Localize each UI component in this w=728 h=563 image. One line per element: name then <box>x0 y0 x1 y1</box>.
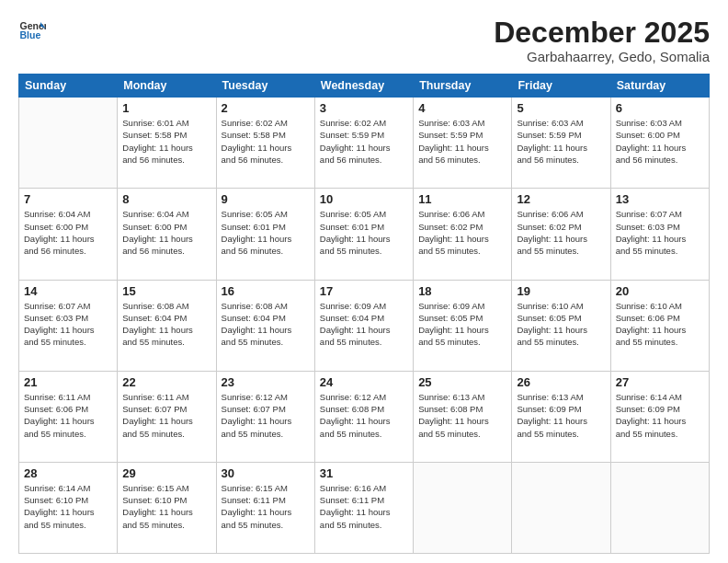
calendar-cell: 29Sunrise: 6:15 AMSunset: 6:10 PMDayligh… <box>118 462 216 553</box>
main-title: December 2025 <box>494 17 710 49</box>
calendar-header-row: SundayMondayTuesdayWednesdayThursdayFrid… <box>19 75 710 98</box>
calendar-cell: 8Sunrise: 6:04 AMSunset: 6:00 PMDaylight… <box>118 189 216 280</box>
calendar-cell: 23Sunrise: 6:12 AMSunset: 6:07 PMDayligh… <box>216 371 314 462</box>
day-number: 20 <box>616 284 704 298</box>
day-number: 26 <box>517 375 605 389</box>
calendar-cell: 4Sunrise: 6:03 AMSunset: 5:59 PMDaylight… <box>414 98 512 189</box>
logo: General Blue <box>18 17 46 44</box>
day-info: Sunrise: 6:01 AMSunset: 5:58 PMDaylight:… <box>122 117 210 166</box>
weekday-header: Tuesday <box>216 75 314 98</box>
day-number: 6 <box>616 101 704 115</box>
day-info: Sunrise: 6:03 AMSunset: 5:59 PMDaylight:… <box>517 117 605 166</box>
day-info: Sunrise: 6:05 AMSunset: 6:01 PMDaylight:… <box>320 208 408 257</box>
calendar-cell: 7Sunrise: 6:04 AMSunset: 6:00 PMDaylight… <box>19 189 118 280</box>
calendar-cell <box>512 462 610 553</box>
svg-text:Blue: Blue <box>20 29 41 40</box>
calendar-cell: 22Sunrise: 6:11 AMSunset: 6:07 PMDayligh… <box>118 371 216 462</box>
calendar-cell: 18Sunrise: 6:09 AMSunset: 6:05 PMDayligh… <box>414 280 512 371</box>
header: General Blue December 2025 Garbahaarrey,… <box>18 17 710 64</box>
day-info: Sunrise: 6:05 AMSunset: 6:01 PMDaylight:… <box>222 208 310 257</box>
day-info: Sunrise: 6:12 AMSunset: 6:07 PMDaylight:… <box>222 391 310 440</box>
weekday-header: Monday <box>118 75 216 98</box>
day-info: Sunrise: 6:09 AMSunset: 6:04 PMDaylight:… <box>320 300 408 349</box>
day-number: 25 <box>418 375 506 389</box>
calendar-cell: 26Sunrise: 6:13 AMSunset: 6:09 PMDayligh… <box>512 371 610 462</box>
day-info: Sunrise: 6:15 AMSunset: 6:10 PMDaylight:… <box>122 482 210 531</box>
day-number: 19 <box>517 284 605 298</box>
day-info: Sunrise: 6:10 AMSunset: 6:06 PMDaylight:… <box>616 300 704 349</box>
day-number: 30 <box>222 466 310 480</box>
calendar-cell: 10Sunrise: 6:05 AMSunset: 6:01 PMDayligh… <box>314 189 413 280</box>
day-info: Sunrise: 6:11 AMSunset: 6:07 PMDaylight:… <box>122 391 210 440</box>
calendar-body: 1Sunrise: 6:01 AMSunset: 5:58 PMDaylight… <box>19 98 710 554</box>
calendar-cell: 3Sunrise: 6:02 AMSunset: 5:59 PMDaylight… <box>314 98 413 189</box>
day-info: Sunrise: 6:14 AMSunset: 6:10 PMDaylight:… <box>24 482 112 531</box>
day-info: Sunrise: 6:13 AMSunset: 6:09 PMDaylight:… <box>517 391 605 440</box>
calendar-cell: 21Sunrise: 6:11 AMSunset: 6:06 PMDayligh… <box>19 371 118 462</box>
day-info: Sunrise: 6:03 AMSunset: 6:00 PMDaylight:… <box>616 117 704 166</box>
calendar-week-row: 28Sunrise: 6:14 AMSunset: 6:10 PMDayligh… <box>19 462 710 553</box>
page: General Blue December 2025 Garbahaarrey,… <box>0 0 728 563</box>
calendar-cell: 12Sunrise: 6:06 AMSunset: 6:02 PMDayligh… <box>512 189 610 280</box>
day-number: 29 <box>122 466 210 480</box>
day-info: Sunrise: 6:09 AMSunset: 6:05 PMDaylight:… <box>418 300 506 349</box>
day-number: 27 <box>616 375 704 389</box>
calendar-cell <box>19 98 118 189</box>
weekday-header: Sunday <box>19 75 118 98</box>
calendar-cell: 27Sunrise: 6:14 AMSunset: 6:09 PMDayligh… <box>610 371 709 462</box>
day-number: 7 <box>24 192 112 206</box>
day-info: Sunrise: 6:11 AMSunset: 6:06 PMDaylight:… <box>24 391 112 440</box>
calendar-cell: 24Sunrise: 6:12 AMSunset: 6:08 PMDayligh… <box>314 371 413 462</box>
calendar-week-row: 14Sunrise: 6:07 AMSunset: 6:03 PMDayligh… <box>19 280 710 371</box>
calendar-cell <box>414 462 512 553</box>
day-info: Sunrise: 6:02 AMSunset: 5:59 PMDaylight:… <box>320 117 408 166</box>
day-info: Sunrise: 6:03 AMSunset: 5:59 PMDaylight:… <box>418 117 506 166</box>
weekday-header: Thursday <box>414 75 512 98</box>
day-number: 11 <box>418 192 506 206</box>
calendar-cell <box>610 462 709 553</box>
day-number: 12 <box>517 192 605 206</box>
day-info: Sunrise: 6:08 AMSunset: 6:04 PMDaylight:… <box>122 300 210 349</box>
day-info: Sunrise: 6:12 AMSunset: 6:08 PMDaylight:… <box>320 391 408 440</box>
day-number: 1 <box>122 101 210 115</box>
calendar-cell: 28Sunrise: 6:14 AMSunset: 6:10 PMDayligh… <box>19 462 118 553</box>
day-info: Sunrise: 6:04 AMSunset: 6:00 PMDaylight:… <box>24 208 112 257</box>
day-number: 2 <box>222 101 310 115</box>
calendar-table: SundayMondayTuesdayWednesdayThursdayFrid… <box>18 74 710 554</box>
day-info: Sunrise: 6:02 AMSunset: 5:58 PMDaylight:… <box>222 117 310 166</box>
day-info: Sunrise: 6:08 AMSunset: 6:04 PMDaylight:… <box>222 300 310 349</box>
calendar-cell: 25Sunrise: 6:13 AMSunset: 6:08 PMDayligh… <box>414 371 512 462</box>
calendar-cell: 1Sunrise: 6:01 AMSunset: 5:58 PMDaylight… <box>118 98 216 189</box>
calendar-cell: 31Sunrise: 6:16 AMSunset: 6:11 PMDayligh… <box>314 462 413 553</box>
calendar-week-row: 21Sunrise: 6:11 AMSunset: 6:06 PMDayligh… <box>19 371 710 462</box>
day-number: 8 <box>122 192 210 206</box>
weekday-header: Friday <box>512 75 610 98</box>
calendar-cell: 19Sunrise: 6:10 AMSunset: 6:05 PMDayligh… <box>512 280 610 371</box>
day-number: 18 <box>418 284 506 298</box>
day-number: 13 <box>616 192 704 206</box>
day-info: Sunrise: 6:06 AMSunset: 6:02 PMDaylight:… <box>517 208 605 257</box>
day-number: 17 <box>320 284 408 298</box>
day-number: 22 <box>122 375 210 389</box>
calendar-cell: 30Sunrise: 6:15 AMSunset: 6:11 PMDayligh… <box>216 462 314 553</box>
calendar-cell: 17Sunrise: 6:09 AMSunset: 6:04 PMDayligh… <box>314 280 413 371</box>
day-info: Sunrise: 6:16 AMSunset: 6:11 PMDaylight:… <box>320 482 408 531</box>
calendar-week-row: 1Sunrise: 6:01 AMSunset: 5:58 PMDaylight… <box>19 98 710 189</box>
weekday-header: Saturday <box>610 75 709 98</box>
day-info: Sunrise: 6:10 AMSunset: 6:05 PMDaylight:… <box>517 300 605 349</box>
title-block: December 2025 Garbahaarrey, Gedo, Somali… <box>494 17 710 64</box>
day-number: 28 <box>24 466 112 480</box>
calendar-cell: 13Sunrise: 6:07 AMSunset: 6:03 PMDayligh… <box>610 189 709 280</box>
day-number: 21 <box>24 375 112 389</box>
calendar-cell: 6Sunrise: 6:03 AMSunset: 6:00 PMDaylight… <box>610 98 709 189</box>
day-info: Sunrise: 6:15 AMSunset: 6:11 PMDaylight:… <box>222 482 310 531</box>
day-number: 14 <box>24 284 112 298</box>
day-number: 15 <box>122 284 210 298</box>
day-number: 3 <box>320 101 408 115</box>
day-info: Sunrise: 6:07 AMSunset: 6:03 PMDaylight:… <box>24 300 112 349</box>
calendar-cell: 14Sunrise: 6:07 AMSunset: 6:03 PMDayligh… <box>19 280 118 371</box>
day-number: 9 <box>222 192 310 206</box>
logo-icon: General Blue <box>18 17 46 44</box>
calendar-cell: 16Sunrise: 6:08 AMSunset: 6:04 PMDayligh… <box>216 280 314 371</box>
day-number: 16 <box>222 284 310 298</box>
